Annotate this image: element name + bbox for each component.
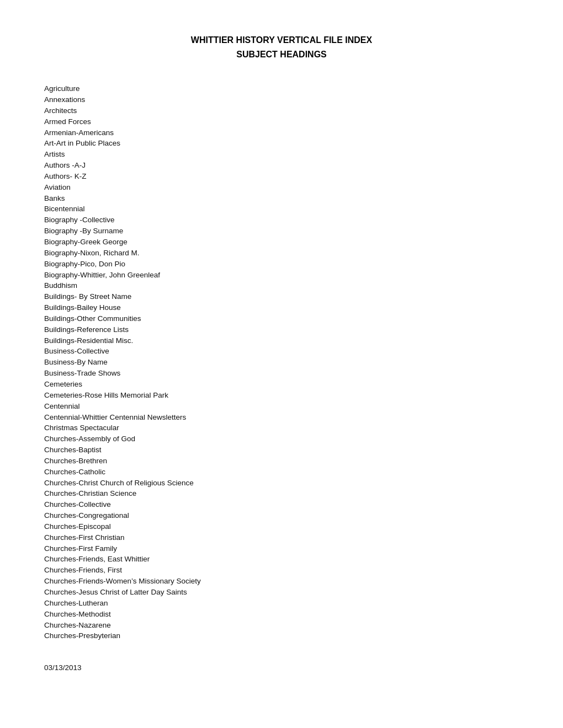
list-item: Annexations bbox=[44, 94, 519, 105]
list-item: Churches-First Christian bbox=[44, 532, 519, 543]
list-item: Centennial bbox=[44, 401, 519, 412]
list-item: Churches-Friends, East Whittier bbox=[44, 554, 519, 565]
list-item: Buildings-Residential Misc. bbox=[44, 335, 519, 346]
list-item: Biography-Greek George bbox=[44, 237, 519, 248]
list-item: Churches-Christian Science bbox=[44, 488, 519, 499]
list-item: Churches-Congregational bbox=[44, 510, 519, 521]
list-item: Buildings-Other Communities bbox=[44, 313, 519, 324]
list-item: Churches-Catholic bbox=[44, 467, 519, 478]
list-item: Armed Forces bbox=[44, 116, 519, 127]
list-item: Churches-Brethren bbox=[44, 456, 519, 467]
list-item: Churches-Friends-Women’s Missionary Soci… bbox=[44, 576, 519, 587]
list-item: Agriculture bbox=[44, 83, 519, 94]
list-item: Aviation bbox=[44, 182, 519, 193]
list-item: Churches-Christ Church of Religious Scie… bbox=[44, 478, 519, 489]
list-item: Armenian-Americans bbox=[44, 127, 519, 138]
list-item: Buildings-Reference Lists bbox=[44, 324, 519, 335]
list-item: Churches-First Family bbox=[44, 543, 519, 554]
list-item: Churches-Presbyterian bbox=[44, 630, 519, 641]
list-item: Biography -Collective bbox=[44, 215, 519, 226]
list-item: Authors -A-J bbox=[44, 160, 519, 171]
list-item: Churches-Episcopal bbox=[44, 521, 519, 532]
page-title: WHITTIER HISTORY VERTICAL FILE INDEX SUB… bbox=[44, 33, 519, 61]
list-item: Churches-Collective bbox=[44, 499, 519, 510]
list-item: Biography-Whittier, John Greenleaf bbox=[44, 270, 519, 281]
list-item: Churches-Assembly of God bbox=[44, 433, 519, 445]
list-item: Biography -By Surname bbox=[44, 226, 519, 237]
list-item: Authors- K-Z bbox=[44, 171, 519, 182]
subject-list: AgricultureAnnexationsArchitectsArmed Fo… bbox=[44, 83, 519, 641]
list-item: Churches-Jesus Christ of Latter Day Sain… bbox=[44, 587, 519, 598]
list-item: Buildings-Bailey House bbox=[44, 302, 519, 313]
list-item: Art-Art in Public Places bbox=[44, 138, 519, 149]
list-item: Business-Trade Shows bbox=[44, 368, 519, 379]
list-item: Artists bbox=[44, 149, 519, 160]
list-item: Buildings- By Street Name bbox=[44, 291, 519, 302]
list-item: Bicentennial bbox=[44, 204, 519, 215]
list-item: Cemeteries bbox=[44, 379, 519, 390]
list-item: Christmas Spectacular bbox=[44, 422, 519, 433]
list-item: Buddhism bbox=[44, 280, 519, 291]
list-item: Churches-Methodist bbox=[44, 609, 519, 620]
list-item: Churches-Baptist bbox=[44, 445, 519, 456]
list-item: Business-Collective bbox=[44, 346, 519, 357]
list-item: Business-By Name bbox=[44, 357, 519, 368]
list-item: Churches-Nazarene bbox=[44, 620, 519, 631]
list-item: Cemeteries-Rose Hills Memorial Park bbox=[44, 390, 519, 401]
list-item: Biography-Pico, Don Pio bbox=[44, 259, 519, 270]
footer-date: 03/13/2013 bbox=[44, 663, 519, 672]
list-item: Biography-Nixon, Richard M. bbox=[44, 248, 519, 259]
list-item: Centennial-Whittier Centennial Newslette… bbox=[44, 412, 519, 423]
list-item: Architects bbox=[44, 105, 519, 116]
list-item: Churches-Lutheran bbox=[44, 598, 519, 609]
list-item: Banks bbox=[44, 193, 519, 204]
list-item: Churches-Friends, First bbox=[44, 565, 519, 576]
